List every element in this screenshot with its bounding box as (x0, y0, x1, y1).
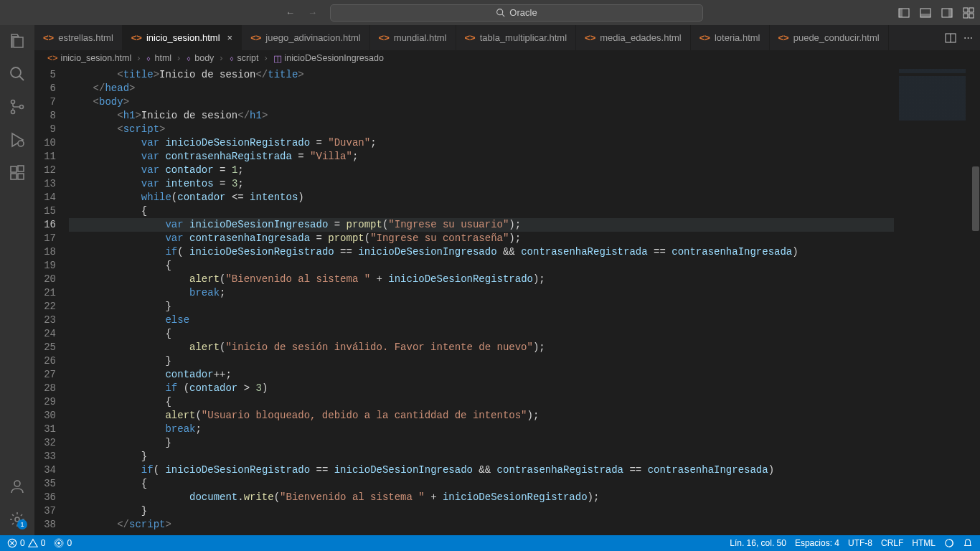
svg-rect-11 (969, 14, 974, 18)
run-debug-icon[interactable] (9, 131, 26, 149)
layout-customize-icon[interactable] (963, 7, 974, 19)
tab-tabla-multiplicar[interactable]: <>tabla_multiplicar.html (456, 25, 577, 50)
status-bar: 0 0 0 Lín. 16, col. 50 Espacios: 4 UTF-8… (0, 535, 980, 551)
run-split-icon[interactable] (945, 32, 956, 44)
line-gutter: 5678910111213141516171819202122232425262… (34, 66, 69, 535)
tab-inicio-sesion[interactable]: <>inicio_sesion.html× (123, 25, 242, 50)
svg-point-14 (11, 100, 15, 104)
search-icon (496, 8, 505, 17)
svg-rect-7 (948, 9, 952, 17)
settings-badge: 1 (17, 519, 27, 529)
code-editor[interactable]: 5678910111213141516171819202122232425262… (34, 66, 980, 535)
activity-bar: 1 (0, 25, 34, 535)
code-content[interactable]: <title>Inicio de sesion</title> </head> … (69, 66, 894, 535)
close-icon[interactable]: × (227, 32, 233, 43)
svg-rect-20 (18, 174, 24, 179)
status-port[interactable]: 0 (54, 538, 72, 548)
svg-point-17 (18, 141, 24, 146)
more-actions-icon[interactable]: ⋯ (963, 32, 973, 43)
breadcrumb[interactable]: <> inicio_sesion.html ›⬨ html ›⬨ body ›⬨… (34, 50, 980, 66)
svg-rect-8 (963, 8, 968, 12)
accounts-icon[interactable] (9, 478, 26, 495)
tab-mundial[interactable]: <>mundial.html (370, 25, 456, 50)
layout-panel-icon[interactable] (920, 7, 931, 19)
svg-point-0 (497, 9, 503, 15)
status-ln-col[interactable]: Lín. 16, col. 50 (730, 538, 786, 548)
svg-point-12 (11, 67, 21, 77)
extensions-icon[interactable] (9, 164, 26, 182)
status-bell-icon[interactable] (963, 538, 973, 548)
title-bar: ← → Oracle (0, 0, 980, 25)
tab-estrellas[interactable]: <>estrellas.html (34, 25, 123, 50)
editor-tabs: <>estrellas.html <>inicio_sesion.html× <… (34, 25, 980, 50)
status-encoding[interactable]: UTF-8 (848, 538, 872, 548)
svg-rect-19 (11, 174, 17, 179)
svg-point-15 (11, 110, 15, 114)
tab-puede-conducir[interactable]: <>puede_conducir.html (770, 25, 889, 50)
svg-point-16 (20, 105, 24, 109)
svg-point-22 (14, 481, 20, 486)
layout-sidebar-right-icon[interactable] (941, 7, 953, 19)
search-text: Oracle (509, 7, 537, 18)
vertical-scrollbar[interactable] (971, 66, 980, 535)
nav-back-icon[interactable]: ← (286, 7, 295, 18)
svg-rect-3 (899, 9, 903, 17)
command-center[interactable]: Oracle (330, 4, 703, 22)
tab-media-edades[interactable]: <>media_edades.html (576, 25, 691, 50)
minimap[interactable] (894, 66, 980, 535)
status-errors[interactable]: 0 0 (7, 538, 45, 548)
svg-point-29 (58, 542, 61, 545)
svg-rect-18 (11, 166, 17, 172)
status-feedback-icon[interactable] (944, 538, 954, 548)
svg-rect-9 (969, 8, 974, 12)
svg-rect-21 (18, 166, 24, 171)
source-control-icon[interactable] (9, 98, 26, 116)
status-eol[interactable]: CRLF (881, 538, 903, 548)
svg-line-1 (502, 14, 504, 17)
nav-forward-icon[interactable]: → (308, 7, 317, 18)
status-spaces[interactable]: Espacios: 4 (795, 538, 839, 548)
svg-line-13 (19, 76, 24, 80)
svg-rect-10 (963, 14, 968, 18)
search-activity-icon[interactable] (9, 65, 26, 83)
settings-gear-icon[interactable]: 1 (9, 511, 26, 528)
explorer-icon[interactable] (9, 32, 26, 50)
tab-loteria[interactable]: <>loteria.html (691, 25, 770, 50)
tab-juego-adivinacion[interactable]: <>juego_adivinacion.html (242, 25, 369, 50)
layout-sidebar-left-icon[interactable] (898, 7, 910, 19)
svg-rect-5 (920, 14, 930, 17)
status-language[interactable]: HTML (912, 538, 936, 548)
